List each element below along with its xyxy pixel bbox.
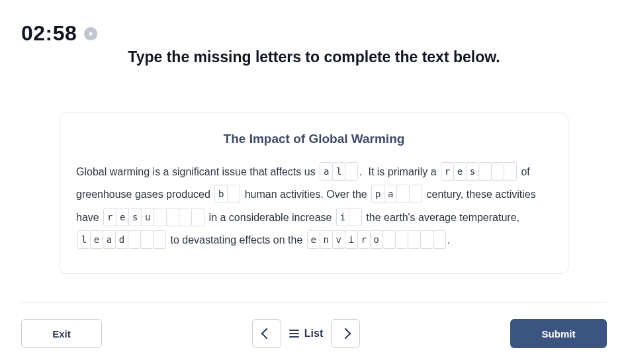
chevron-left-icon	[261, 328, 272, 340]
nav-center: List	[252, 319, 360, 348]
letter-cell-prefilled: n	[320, 230, 333, 249]
chevron-right-icon	[340, 328, 351, 340]
letter-cell-prefilled: l	[77, 230, 91, 249]
footer-bar: Exit List Submit	[21, 302, 607, 348]
list-icon	[289, 330, 299, 338]
letter-cell-prefilled: o	[370, 230, 383, 249]
timer-row: 02:58	[21, 21, 607, 46]
letter-gap[interactable]: enviro	[307, 230, 446, 249]
letter-cell-prefilled: s	[466, 162, 479, 181]
letter-cell-prefilled: d	[115, 230, 128, 249]
letter-gap[interactable]: b	[214, 185, 240, 203]
letter-cell-input[interactable]	[154, 208, 167, 226]
letter-cell-prefilled: e	[90, 230, 103, 249]
passage-text: the earth's average temperature,	[363, 212, 523, 223]
letter-cell-prefilled: p	[371, 185, 384, 203]
letter-cell-input[interactable]	[491, 162, 504, 181]
letter-cell-input[interactable]	[420, 230, 433, 249]
passage-text: in a considerable increase	[206, 212, 335, 223]
letter-cell-prefilled: i	[336, 208, 349, 226]
instruction-text: Type the missing letters to complete the…	[21, 48, 607, 66]
letter-cell-prefilled: a	[320, 162, 333, 181]
passage-body: Global warming is a significant issue th…	[76, 161, 552, 252]
passage-title: The Impact of Global Warming	[76, 132, 552, 146]
letter-cell-input[interactable]	[478, 162, 492, 181]
letter-cell-input[interactable]	[349, 208, 362, 226]
passage-text: Global warming is a significant issue th…	[76, 166, 318, 177]
letter-cell-input[interactable]	[140, 230, 154, 249]
passage-text: human activities. Over the	[242, 189, 370, 200]
letter-cell-input[interactable]	[409, 185, 422, 203]
letter-cell-prefilled: e	[453, 162, 467, 181]
letter-cell-input[interactable]	[433, 230, 446, 249]
letter-cell-input[interactable]	[504, 162, 517, 181]
letter-cell-prefilled: a	[384, 185, 397, 203]
prev-button[interactable]	[252, 319, 281, 348]
letter-cell-prefilled: e	[116, 208, 129, 226]
letter-gap[interactable]: pa	[371, 185, 422, 203]
list-button-label: List	[304, 328, 323, 340]
letter-cell-input[interactable]	[191, 208, 204, 226]
letter-cell-prefilled: r	[357, 230, 371, 249]
exit-button[interactable]: Exit	[21, 319, 102, 348]
letter-cell-prefilled: b	[214, 185, 228, 203]
letter-cell-input[interactable]	[166, 208, 179, 226]
letter-cell-prefilled: e	[307, 230, 320, 249]
letter-cell-prefilled: r	[103, 208, 116, 226]
letter-cell-input[interactable]	[396, 185, 410, 203]
letter-cell-input[interactable]	[395, 230, 408, 249]
letter-cell-prefilled: a	[103, 230, 116, 249]
submit-button-label: Submit	[542, 328, 576, 340]
passage-text: . It is primarily a	[359, 166, 439, 177]
letter-cell-prefilled: s	[128, 208, 142, 226]
play-icon[interactable]	[83, 26, 98, 41]
letter-cell-prefilled: i	[345, 230, 358, 249]
letter-cell-input[interactable]	[179, 208, 192, 226]
submit-button[interactable]: Submit	[510, 319, 607, 348]
letter-gap[interactable]: i	[336, 208, 362, 226]
letter-cell-prefilled: v	[332, 230, 345, 249]
letter-cell-prefilled: l	[332, 162, 345, 181]
letter-gap[interactable]: lead	[77, 230, 166, 249]
letter-gap[interactable]: resu	[103, 208, 204, 226]
timer-display: 02:58	[21, 21, 77, 46]
letter-cell-input[interactable]	[408, 230, 421, 249]
question-card: The Impact of Global Warming Global warm…	[60, 113, 568, 274]
letter-cell-prefilled: u	[141, 208, 154, 226]
letter-gap[interactable]: al	[320, 162, 358, 181]
letter-cell-input[interactable]	[153, 230, 166, 249]
letter-gap[interactable]: res	[441, 162, 517, 181]
letter-cell-input[interactable]	[382, 230, 396, 249]
passage-text: to devastating effects on the	[167, 234, 306, 246]
next-button[interactable]	[331, 319, 360, 348]
list-button[interactable]: List	[289, 328, 323, 340]
letter-cell-prefilled: r	[441, 162, 454, 181]
letter-cell-input[interactable]	[345, 162, 358, 181]
letter-cell-input[interactable]	[128, 230, 141, 249]
exit-button-label: Exit	[52, 328, 71, 340]
passage-text: .	[447, 234, 450, 246]
letter-cell-input[interactable]	[227, 185, 240, 203]
